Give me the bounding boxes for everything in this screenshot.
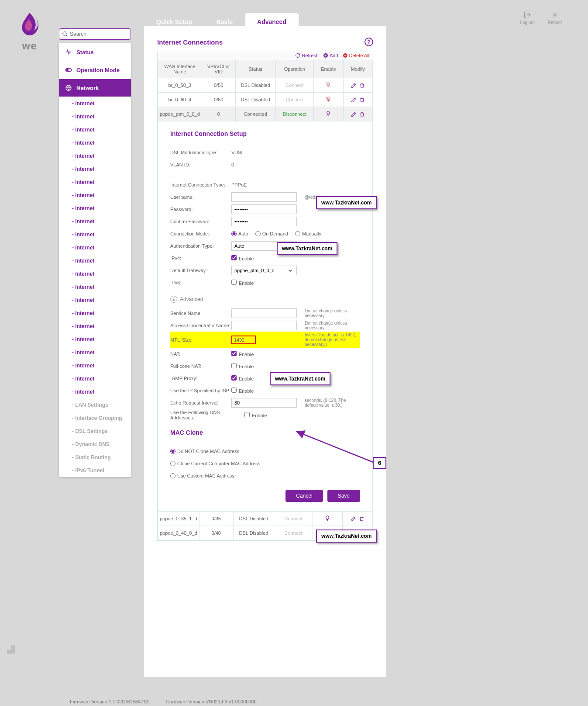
edit-icon[interactable] xyxy=(351,83,357,88)
edit-icon[interactable] xyxy=(351,516,356,522)
sidebar-subitem[interactable]: - Internet xyxy=(59,294,131,307)
cell-op[interactable]: Disconnect xyxy=(275,107,314,121)
table-row[interactable]: br_0_60_40/60DSL DisabledConnect xyxy=(158,93,373,107)
mtu-value[interactable]: 1492 xyxy=(231,336,256,344)
cell-op[interactable]: Connect xyxy=(275,78,314,93)
cell-enable[interactable] xyxy=(314,107,343,121)
confirm-password-input[interactable] xyxy=(231,217,297,226)
cell-enable[interactable] xyxy=(314,93,343,107)
bulb-on-icon xyxy=(325,111,331,117)
advanced-toggle[interactable]: ▲Advanced xyxy=(170,296,360,303)
sidebar-subitem[interactable]: - Internet xyxy=(59,359,131,372)
mac-opt-a-label: Do NOT Clone MAC Address xyxy=(177,449,239,454)
firmware-version: Firmware Version:1.1.020061534713 xyxy=(70,699,148,704)
help-icon[interactable]: ? xyxy=(364,38,373,46)
cell-enable[interactable] xyxy=(314,78,343,93)
ipv4-enable[interactable]: Enable xyxy=(231,255,254,261)
sidebar-subitem[interactable]: - Static Routing xyxy=(59,451,131,464)
sidebar-subitem[interactable]: - Internet xyxy=(59,254,131,267)
save-button[interactable]: Save xyxy=(327,490,360,502)
sidebar-subitem[interactable]: - Interface Grouping xyxy=(59,412,131,425)
edit-icon[interactable] xyxy=(351,97,357,103)
cell-status: DSL Disabled xyxy=(235,93,275,107)
sidebar-subitem[interactable]: - Internet xyxy=(59,149,131,163)
sidebar-item-network[interactable]: Network xyxy=(59,79,131,97)
cell-status: DSL Disabled xyxy=(233,512,274,526)
refresh-button[interactable]: Refresh xyxy=(295,53,319,58)
conn-mode-ondemand-label: On Demand xyxy=(262,231,288,236)
sidebar-subitem[interactable]: - Internet xyxy=(59,385,131,398)
trash-icon[interactable] xyxy=(359,516,364,522)
trash-icon[interactable] xyxy=(359,83,365,88)
sidebar-subitem[interactable]: - Internet xyxy=(59,176,131,189)
reboot-link[interactable]: Reboot xyxy=(548,11,562,25)
sidebar-subitem[interactable]: - Internet xyxy=(59,97,131,110)
add-button[interactable]: Add xyxy=(323,53,338,58)
sidebar-subitem[interactable]: - Internet xyxy=(59,110,131,123)
table-row[interactable]: pppoe_0_35_1_d0/35DSL DisabledConnect xyxy=(158,512,373,526)
cell-enable[interactable] xyxy=(313,512,342,526)
sidebar-subitem[interactable]: - Internet xyxy=(59,307,131,320)
sidebar-subitem[interactable]: - Internet xyxy=(59,241,131,254)
logout-link[interactable]: Log out xyxy=(520,11,534,25)
password-input[interactable] xyxy=(231,204,297,214)
ipv6-enable[interactable]: Enable xyxy=(231,280,254,286)
toggle-icon xyxy=(65,66,72,73)
cell-op[interactable]: Connect xyxy=(274,512,313,526)
sidebar-subitem[interactable]: - Internet xyxy=(59,267,131,280)
username-input[interactable] xyxy=(231,192,297,202)
conn-mode-manual[interactable]: Manually xyxy=(295,231,321,236)
dsl-mod-value: VDSL xyxy=(231,150,301,155)
sidebar-subitem[interactable]: - Internet xyxy=(59,189,131,202)
sidebar-subitem[interactable]: - DSL Settings xyxy=(59,425,131,438)
cancel-button[interactable]: Cancel xyxy=(285,490,323,502)
sidebar-subitem[interactable]: - Internet xyxy=(59,346,131,359)
sidebar-subitem[interactable]: - Internet xyxy=(59,136,131,149)
sidebar-subitem[interactable]: - Dynamic DNS xyxy=(59,438,131,451)
edit-icon[interactable] xyxy=(351,111,357,117)
sidebar-subitem[interactable]: - Internet xyxy=(59,333,131,346)
sidebar-subitem[interactable]: - Internet xyxy=(59,228,131,241)
dns-enable[interactable]: Enable xyxy=(244,412,267,418)
sidebar-subitem[interactable]: - Internet xyxy=(59,280,131,294)
trash-icon[interactable] xyxy=(359,111,365,117)
conn-mode-label: Connection Mode: xyxy=(170,231,231,236)
table-row[interactable]: br_0_50_30/50DSL DisabledConnect xyxy=(158,78,373,93)
cell-op[interactable]: Connect xyxy=(275,93,314,107)
mac-opt-c[interactable]: Use Custom MAC Address xyxy=(170,473,234,478)
watermark-1: www.TazkraNet.com xyxy=(316,196,377,209)
sidebar-subitem[interactable]: - Internet xyxy=(59,372,131,385)
gw-select[interactable]: pppoe_ptm_0_0_d xyxy=(231,266,297,275)
ipv6-label: IPv6: xyxy=(170,280,231,285)
search-box[interactable] xyxy=(59,28,131,40)
mac-opt-b[interactable]: Clone Current Computer MAC Address xyxy=(170,461,260,466)
sidebar-item-status[interactable]: Status xyxy=(59,43,131,61)
delete-all-button[interactable]: Delete All xyxy=(343,53,369,58)
fcnat-enable[interactable]: Enable xyxy=(231,363,254,369)
mac-opt-a[interactable]: Do NOT Clone MAC Address xyxy=(170,449,239,454)
sidebar-subitem[interactable]: - Internet xyxy=(59,215,131,228)
sidebar-subitem[interactable]: - Internet xyxy=(59,320,131,333)
echo-input[interactable] xyxy=(231,398,297,408)
search-input[interactable] xyxy=(70,31,128,37)
svc-hint: Do not change unless necessary. xyxy=(301,308,360,318)
sidebar-subitem[interactable]: - IPv6 Tunnel xyxy=(59,464,131,477)
ac-input[interactable] xyxy=(231,321,297,330)
dsl-mod-label: DSL Modulation Type: xyxy=(170,150,231,155)
table-row-selected[interactable]: pppoe_ptm_0_0_d 0 Connected Disconnect xyxy=(158,107,373,121)
sidebar-subitem[interactable]: - LAN Settings xyxy=(59,398,131,412)
trash-icon[interactable] xyxy=(359,97,365,103)
conn-mode-auto[interactable]: Auto xyxy=(231,231,248,236)
conn-mode-auto-label: Auto xyxy=(238,231,248,236)
nat-enable[interactable]: Enable xyxy=(231,351,254,357)
igmp-enable[interactable]: Enable xyxy=(231,375,254,381)
sidebar-subitem[interactable]: - Internet xyxy=(59,123,131,136)
ipisp-enable[interactable]: Enable xyxy=(231,388,254,394)
sidebar-subitem[interactable]: - Internet xyxy=(59,163,131,176)
sidebar-subitem[interactable]: - Internet xyxy=(59,202,131,215)
sidebar-item-operation-mode[interactable]: Operation Mode xyxy=(59,61,131,79)
callout-6: 6 xyxy=(373,457,386,469)
cell-op[interactable]: Connect xyxy=(274,526,313,540)
conn-mode-ondemand[interactable]: On Demand xyxy=(255,231,288,236)
svc-input[interactable] xyxy=(231,308,297,318)
